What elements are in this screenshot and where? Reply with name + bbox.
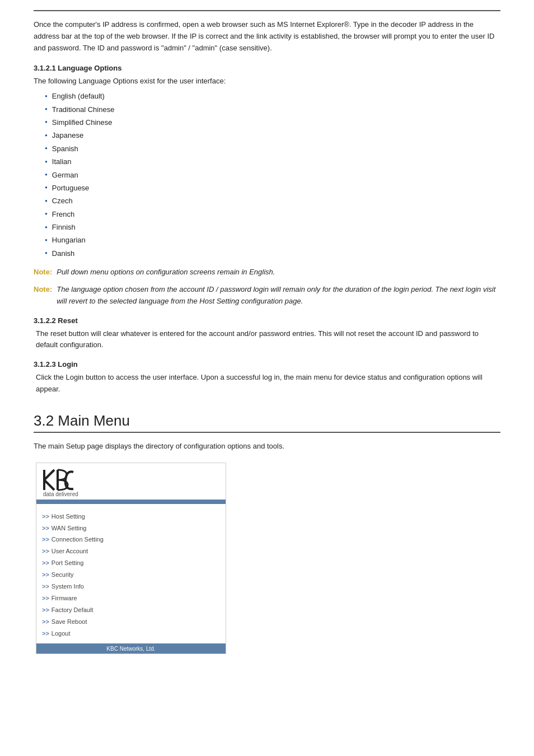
section-3122-heading: 3.1.2.2 Reset (34, 316, 500, 325)
menu-item-label: Save Reboot (51, 616, 87, 628)
language-option-item: Italian (45, 155, 500, 168)
menu-item-label: Port Setting (51, 557, 83, 569)
language-options-list: English (default)Traditional ChineseSimp… (34, 90, 500, 260)
section-3121-intro: The following Language Options exist for… (34, 76, 500, 87)
content-area: Once the computer's IP address is confir… (34, 11, 500, 654)
kbc-spacer (36, 504, 226, 508)
kbc-menu-item[interactable]: >>Host Setting (42, 511, 220, 522)
menu-arrow-icon: >> (42, 557, 49, 569)
note-2-label: Note: (34, 284, 52, 307)
note-2: Note: The language option chosen from th… (34, 284, 500, 307)
note-2-text: The language option chosen from the acco… (57, 284, 500, 307)
svg-line-1 (44, 470, 54, 480)
section-3121-heading: 3.1.2.1 Language Options (34, 64, 500, 72)
language-option-item: English (default) (45, 90, 500, 102)
intro-paragraph: Once the computer's IP address is confir… (34, 19, 500, 54)
kbc-menu-item[interactable]: >>User Account (42, 545, 220, 557)
menu-item-label: User Account (51, 545, 88, 557)
menu-arrow-icon: >> (42, 592, 49, 604)
kbc-menu-items: >>Host Setting>>WAN Setting>>Connection … (36, 508, 226, 644)
menu-item-label: Logout (51, 628, 71, 640)
kbc-menu-item[interactable]: >>Logout (42, 628, 220, 640)
menu-arrow-icon: >> (42, 569, 49, 581)
menu-arrow-icon: >> (42, 616, 49, 628)
kbc-nav-bar (36, 500, 226, 504)
kbc-menu-item[interactable]: >>System Info (42, 581, 220, 592)
language-option-item: Danish (45, 247, 500, 260)
menu-arrow-icon: >> (42, 545, 49, 557)
kbc-menu-item[interactable]: >>Connection Setting (42, 534, 220, 545)
kbc-menu-item[interactable]: >>Security (42, 569, 220, 581)
kbc-menu-item[interactable]: >>Firmware (42, 592, 220, 604)
kbc-menu-item[interactable]: >>WAN Setting (42, 522, 220, 534)
svg-line-2 (44, 480, 54, 490)
language-option-item: Traditional Chinese (45, 103, 500, 116)
kbc-footer-text: KBC Networks, Ltd. (106, 646, 155, 652)
note-1-text: Pull down menu options on configuration … (57, 267, 275, 278)
menu-item-label: Factory Default (51, 604, 93, 616)
menu-arrow-icon: >> (42, 534, 49, 545)
menu-item-label: WAN Setting (51, 522, 87, 534)
menu-item-label: Security (51, 569, 74, 581)
note-1-label: Note: (34, 267, 52, 278)
menu-item-label: Host Setting (51, 511, 85, 522)
section-3123-body: Click the Login button to access the use… (34, 372, 500, 395)
section-32-heading: 3.2 Main Menu (34, 412, 500, 433)
section-32-intro: The main Setup page displays the directo… (34, 441, 500, 452)
menu-item-label: Firmware (51, 592, 77, 604)
language-option-item: Hungarian (45, 234, 500, 246)
kbc-logo-area: data delivered (36, 463, 226, 500)
kbc-tagline: data delivered (43, 491, 220, 497)
language-option-item: Japanese (45, 129, 500, 142)
kbc-menu-item[interactable]: >>Port Setting (42, 557, 220, 569)
kbc-logo-svg (42, 468, 76, 492)
section-3122-body: The reset button will clear whatever is … (34, 328, 500, 352)
note-1: Note: Pull down menu options on configur… (34, 267, 500, 278)
language-option-item: Portuguese (45, 181, 500, 194)
language-option-item: Spanish (45, 142, 500, 155)
menu-arrow-icon: >> (42, 604, 49, 616)
kbc-menu-item[interactable]: >>Save Reboot (42, 616, 220, 628)
kbc-ui-box: data delivered >>Host Setting>>WAN Setti… (36, 463, 226, 655)
language-option-item: Czech (45, 194, 500, 207)
menu-arrow-icon: >> (42, 628, 49, 640)
language-option-item: Simplified Chinese (45, 116, 500, 129)
language-option-item: French (45, 208, 500, 221)
section-3123-heading: 3.1.2.3 Login (34, 360, 500, 368)
menu-item-label: Connection Setting (51, 534, 104, 545)
menu-arrow-icon: >> (42, 581, 49, 592)
kbc-menu-item[interactable]: >>Factory Default (42, 604, 220, 616)
language-option-item: German (45, 169, 500, 181)
menu-arrow-icon: >> (42, 522, 49, 534)
menu-item-label: System Info (51, 581, 84, 592)
language-option-item: Finnish (45, 221, 500, 234)
kbc-footer-bar: KBC Networks, Ltd. (36, 643, 226, 654)
menu-arrow-icon: >> (42, 511, 49, 522)
